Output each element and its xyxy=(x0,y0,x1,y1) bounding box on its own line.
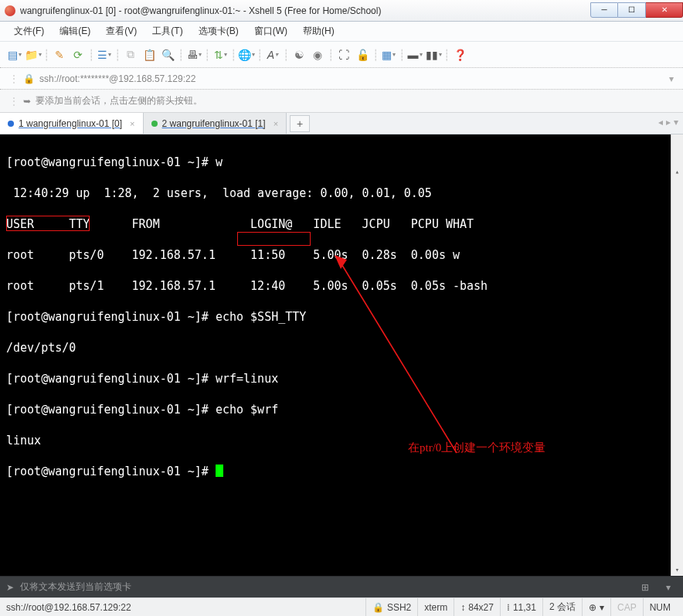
tab-status-icon xyxy=(151,121,158,127)
search-icon[interactable]: 🔍 xyxy=(159,46,176,63)
status-size: ↕84x27 xyxy=(454,598,500,616)
hint-bar: ⋮ ➥ 要添加当前会话，点击左侧的箭头按钮。 xyxy=(0,90,683,113)
paste-icon[interactable]: 📋 xyxy=(141,46,158,63)
grip-icon: ⋮ xyxy=(9,73,19,84)
terminal-line: [root@wangruifenglinux-01 ~]# echo $SSH_… xyxy=(6,309,677,325)
separator-icon: ┊ xyxy=(328,46,334,63)
terminal-line: [root@wangruifenglinux-01 ~]# wrf=linux xyxy=(6,371,677,386)
separator-icon: ┊ xyxy=(257,46,263,63)
status-bar: ssh://root@192.168.57.129:22 🔒SSH2 xterm… xyxy=(0,597,683,616)
status-help-icon[interactable]: ⊕▾ xyxy=(582,598,610,616)
send-dropdown-icon[interactable]: ▾ xyxy=(660,582,677,593)
status-cap: CAP xyxy=(610,598,643,616)
ssh-icon: 🔒 xyxy=(372,602,384,613)
print-icon[interactable]: 🖶▾ xyxy=(185,46,202,63)
menu-file[interactable]: 文件(F) xyxy=(8,22,50,41)
maximize-button[interactable]: ☐ xyxy=(618,2,646,18)
status-term: xterm xyxy=(417,598,454,616)
status-pos: ⁞11,31 xyxy=(500,598,542,616)
window-controls: ─ ☐ ✕ xyxy=(590,2,683,19)
annotation-box-2 xyxy=(237,232,311,246)
window-titlebar: wangruifenglinux-01 [0] - root@wangruife… xyxy=(0,0,683,22)
fullscreen-icon[interactable]: ⛶ xyxy=(335,46,352,63)
highlighter-icon[interactable]: ✎ xyxy=(51,46,68,63)
status-connection: ssh://root@192.168.57.129:22 xyxy=(6,602,365,613)
separator-icon: ┊ xyxy=(43,46,49,63)
properties-icon[interactable]: ☰▾ xyxy=(96,46,113,63)
layout-icon[interactable]: ▦▾ xyxy=(380,46,397,63)
address-bar: ⋮ 🔒 ssh://root:********@192.168.57.129:2… xyxy=(0,68,683,90)
separator-icon: ┊ xyxy=(88,46,94,63)
separator-icon: ┊ xyxy=(283,46,289,63)
send-input[interactable]: 仅将文本发送到当前选项卡 xyxy=(20,580,630,594)
tab-next-icon[interactable]: ▸ xyxy=(666,117,671,128)
lock-icon[interactable]: 🔓 xyxy=(354,46,371,63)
help-icon[interactable]: ❓ xyxy=(451,46,468,63)
terminal-line: 12:40:29 up 1:28, 2 users, load average:… xyxy=(6,185,677,201)
session-tab-1[interactable]: 1 wangruifenglinux-01 [0] × xyxy=(0,113,144,134)
pos-icon: ⁞ xyxy=(507,602,510,613)
size-icon: ↕ xyxy=(460,602,465,613)
lock-icon: 🔒 xyxy=(23,73,35,84)
send-icon[interactable]: ➤ xyxy=(6,582,14,593)
menu-tabs[interactable]: 选项卡(B) xyxy=(192,22,245,41)
minimize-button[interactable]: ─ xyxy=(590,2,618,18)
separator-icon: ┊ xyxy=(114,46,121,63)
toolbar: ▤▾ 📁▾ ┊ ✎ ⟳ ┊ ☰▾ ┊ ⧉ 📋 🔍 ┊ 🖶▾ ┊ ⇅▾ ┊ 🌐▾ … xyxy=(0,42,683,68)
tab-nav-arrows: ◂ ▸ ▾ xyxy=(658,117,678,128)
reconnect-icon[interactable]: ⟳ xyxy=(70,46,87,63)
cascade-icon[interactable]: ▮▮▾ xyxy=(425,46,442,63)
copy-icon[interactable]: ⧉ xyxy=(122,46,139,63)
session-tab-2[interactable]: 2 wangruifenglinux-01 [1] × xyxy=(144,113,287,134)
tab-prev-icon[interactable]: ◂ xyxy=(658,117,663,128)
tab-menu-icon[interactable]: ▾ xyxy=(674,117,678,128)
terminal-scrollbar[interactable]: ▴ ▾ xyxy=(671,134,683,576)
separator-icon: ┊ xyxy=(372,46,379,63)
terminal-line: root pts/0 192.168.57.1 11:50 5.00s 0.28… xyxy=(6,247,677,263)
tile-icon[interactable]: ▬▾ xyxy=(406,46,423,63)
menu-window[interactable]: 窗口(W) xyxy=(248,22,294,41)
menu-view[interactable]: 查看(V) xyxy=(100,22,143,41)
tab-label: 1 wangruifenglinux-01 [0] xyxy=(19,118,122,129)
terminal-output[interactable]: [root@wangruifenglinux-01 ~]# w 12:40:29… xyxy=(0,134,683,576)
menu-bar: 文件(F) 编辑(E) 查看(V) 工具(T) 选项卡(B) 窗口(W) 帮助(… xyxy=(0,22,683,42)
terminal-line: /dev/pts/0 xyxy=(6,340,677,356)
tab-status-icon xyxy=(8,121,14,127)
menu-help[interactable]: 帮助(H) xyxy=(297,22,341,41)
tab-label: 2 wangruifenglinux-01 [1] xyxy=(162,118,266,129)
open-icon[interactable]: 📁▾ xyxy=(25,46,42,63)
send-bar: ➤ 仅将文本发送到当前选项卡 ⊞ ▾ xyxy=(0,576,683,597)
cursor-icon xyxy=(216,465,223,477)
transfer-icon[interactable]: ⇅▾ xyxy=(212,46,229,63)
new-session-icon[interactable]: ▤▾ xyxy=(6,46,23,63)
status-sessions: 2 会话 xyxy=(542,598,582,616)
address-dropdown-icon[interactable]: ▾ xyxy=(669,73,674,84)
address-url[interactable]: ssh://root:********@192.168.57.129:22 xyxy=(39,73,664,84)
app-logo-icon xyxy=(5,5,15,16)
terminal-line: [root@wangruifenglinux-01 ~]# echo $wrf xyxy=(6,402,677,417)
scroll-up-icon[interactable]: ▴ xyxy=(671,165,683,178)
xftp-icon[interactable]: ◉ xyxy=(309,46,326,63)
separator-icon: ┊ xyxy=(399,46,405,63)
xagent-icon[interactable]: ☯ xyxy=(291,46,308,63)
menu-tools[interactable]: 工具(T) xyxy=(146,22,189,41)
terminal-line: linux xyxy=(6,433,677,448)
separator-icon: ┊ xyxy=(178,46,184,63)
separator-icon: ┊ xyxy=(443,46,450,63)
terminal-line: root pts/1 192.168.57.1 12:40 5.00s 0.05… xyxy=(6,278,677,294)
tab-close-icon[interactable]: × xyxy=(130,119,134,128)
add-session-icon[interactable]: ➥ xyxy=(23,96,31,107)
new-tab-button[interactable]: + xyxy=(290,115,310,132)
grip-icon: ⋮ xyxy=(9,96,19,107)
send-options-icon[interactable]: ⊞ xyxy=(637,582,654,593)
close-button[interactable]: ✕ xyxy=(646,2,683,18)
terminal-line: [root@wangruifenglinux-01 ~]# w xyxy=(6,155,677,170)
tab-close-icon[interactable]: × xyxy=(274,119,278,128)
font-icon[interactable]: A▾ xyxy=(264,46,281,63)
scroll-down-icon[interactable]: ▾ xyxy=(671,563,683,576)
menu-edit[interactable]: 编辑(E) xyxy=(53,22,97,41)
globe-icon[interactable]: 🌐▾ xyxy=(238,46,255,63)
terminal-line: USER TTY FROM LOGIN@ IDLE JCPU PCPU WHAT xyxy=(6,216,677,232)
hint-text: 要添加当前会话，点击左侧的箭头按钮。 xyxy=(36,94,202,107)
status-num: NUM xyxy=(643,598,677,616)
